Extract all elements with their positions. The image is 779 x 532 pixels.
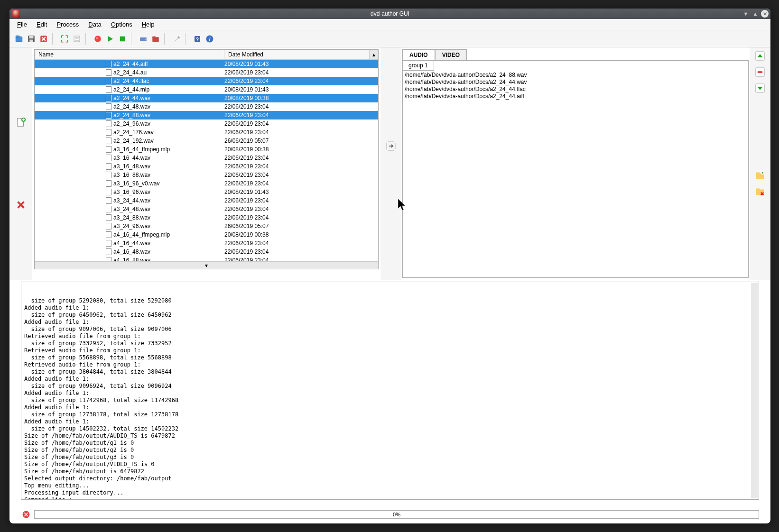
- header-name[interactable]: Name: [35, 50, 224, 59]
- file-icon: [106, 197, 111, 204]
- stop-button[interactable]: [117, 33, 128, 45]
- app-icon: [12, 10, 20, 18]
- status-cancel-button[interactable]: [21, 509, 31, 520]
- file-row[interactable]: a3_16_88.wav22/06/2019 23:04: [35, 171, 378, 179]
- play-button[interactable]: [104, 33, 116, 45]
- file-row[interactable]: a2_24_176.wav22/06/2019 23:04: [35, 128, 378, 137]
- folder-button[interactable]: [150, 33, 161, 45]
- minimize-button[interactable]: ▼: [742, 10, 750, 18]
- file-row[interactable]: a3_16_96.wav20/08/2019 01:43: [35, 188, 378, 196]
- file-list[interactable]: a2_24_44.aiff20/08/2019 01:43a2_24_44.au…: [35, 60, 378, 261]
- file-name: a3_16_44_ffmpeg.mlp: [113, 145, 170, 154]
- close-button[interactable]: ✕: [761, 10, 769, 18]
- move-up-button[interactable]: [754, 50, 766, 62]
- move-down-button[interactable]: [754, 83, 766, 94]
- help-button[interactable]: ?: [192, 33, 203, 45]
- file-name: a3_24_96.wav: [113, 222, 150, 230]
- file-name: a3_16_96.wav: [113, 188, 150, 196]
- log-pane[interactable]: size of group 5292080, total size 529208…: [21, 282, 759, 500]
- group-item[interactable]: /home/fab/Dev/dvda-author/Docs/a2_24_44.…: [405, 93, 746, 100]
- file-icon: [106, 146, 111, 153]
- file-row[interactable]: a2_24_44.flac22/06/2019 23:04: [35, 77, 378, 85]
- menu-options[interactable]: Options: [107, 20, 136, 29]
- open-button[interactable]: [13, 33, 25, 45]
- drive-button[interactable]: [138, 33, 149, 45]
- file-row[interactable]: a2_24_44.au22/06/2019 23:04: [35, 68, 378, 77]
- close-file-button[interactable]: [38, 33, 49, 45]
- menu-file[interactable]: File: [13, 20, 31, 29]
- svg-rect-32: [756, 189, 760, 191]
- file-icon: [106, 86, 111, 93]
- progress-text: 0%: [393, 512, 400, 517]
- file-date: 22/06/2019 23:04: [224, 111, 378, 119]
- save-button[interactable]: [26, 33, 37, 45]
- group-item[interactable]: /home/fab/Dev/dvda-author/Docs/a2_24_88.…: [405, 72, 746, 79]
- file-row[interactable]: a3_16_44_ffmpeg.mlp20/08/2019 00:38: [35, 145, 378, 154]
- maximize-button[interactable]: ▲: [751, 10, 759, 18]
- file-name: a2_24_176.wav: [113, 128, 154, 137]
- file-row[interactable]: a3_16_44.wav22/06/2019 23:04: [35, 154, 378, 162]
- group-item[interactable]: /home/fab/Dev/dvda-author/Docs/a2_24_44.…: [405, 79, 746, 86]
- file-row[interactable]: a2_24_44.aiff20/08/2019 01:43: [35, 60, 378, 68]
- scroll-down-button[interactable]: ▾: [35, 261, 378, 269]
- file-icon: [106, 120, 111, 127]
- svg-point-14: [145, 39, 146, 40]
- file-row[interactable]: a3_24_44.wav22/06/2019 23:04: [35, 196, 378, 205]
- info-button[interactable]: i: [204, 33, 215, 45]
- file-icon: [106, 231, 111, 238]
- file-icon: [106, 163, 111, 170]
- menu-data[interactable]: Data: [84, 20, 105, 29]
- file-row[interactable]: a3_24_88.wav22/06/2019 23:04: [35, 213, 378, 222]
- file-row[interactable]: a2_24_44.mlp20/08/2019 01:43: [35, 85, 378, 94]
- file-row[interactable]: a3_16_48.wav22/06/2019 23:04: [35, 162, 378, 171]
- file-row[interactable]: a4_16_44_ffmpeg.mlp20/08/2019 00:38: [35, 230, 378, 239]
- file-row[interactable]: a4_16_44.wav22/06/2019 23:04: [35, 239, 378, 248]
- scrollbar[interactable]: [751, 283, 758, 498]
- file-row[interactable]: a2_24_48.wav22/06/2019 23:04: [35, 102, 378, 111]
- record-button[interactable]: [92, 33, 103, 45]
- file-icon: [106, 189, 111, 195]
- file-icon: [106, 172, 111, 178]
- right-panel: AUDIO VIDEO group 1 /home/fab/Dev/dvda-a…: [402, 49, 749, 278]
- file-header: Name Date Modified ▴: [35, 50, 378, 60]
- settings-button[interactable]: [171, 33, 182, 45]
- file-row[interactable]: a2_24_96.wav22/06/2019 23:04: [35, 119, 378, 128]
- file-date: 26/06/2019 05:07: [224, 137, 378, 145]
- remove-file-button[interactable]: [15, 199, 27, 211]
- file-row[interactable]: a3_24_96.wav26/06/2019 05:07: [35, 222, 378, 230]
- add-to-group-button[interactable]: [385, 140, 397, 152]
- new-folder-button[interactable]: [754, 170, 766, 181]
- svg-rect-12: [120, 36, 125, 41]
- tab-audio[interactable]: AUDIO: [402, 49, 435, 60]
- svg-rect-29: [756, 173, 760, 174]
- file-row[interactable]: a3_16_96_v0.wav22/06/2019 23:04: [35, 179, 378, 188]
- group-list[interactable]: /home/fab/Dev/dvda-author/Docs/a2_24_88.…: [403, 71, 748, 277]
- menu-help[interactable]: Help: [138, 20, 158, 29]
- tab-video[interactable]: VIDEO: [435, 49, 467, 60]
- file-icon: [106, 138, 111, 144]
- delete-folder-button[interactable]: [754, 186, 766, 197]
- group-item[interactable]: /home/fab/Dev/dvda-author/Docs/a2_24_44.…: [405, 86, 746, 93]
- file-date: 20/08/2019 00:38: [224, 94, 378, 102]
- expand-button[interactable]: [59, 33, 70, 45]
- file-name: a3_16_44.wav: [113, 154, 150, 162]
- header-date[interactable]: Date Modified: [224, 50, 370, 59]
- list-button[interactable]: [71, 33, 83, 45]
- menu-process[interactable]: Process: [53, 20, 83, 29]
- group-tab[interactable]: group 1: [403, 61, 434, 71]
- file-row[interactable]: a3_24_48.wav22/06/2019 23:04: [35, 205, 378, 213]
- file-row[interactable]: a2_24_192.wav26/06/2019 05:07: [35, 137, 378, 145]
- file-row[interactable]: a2_24_44.wav20/08/2019 00:38: [35, 94, 378, 102]
- remove-button[interactable]: [754, 66, 766, 78]
- file-date: 22/06/2019 23:04: [224, 128, 378, 137]
- menu-edit[interactable]: Edit: [33, 20, 51, 29]
- add-file-button[interactable]: [15, 117, 27, 128]
- file-row[interactable]: a4_16_88.wav22/06/2019 23:04: [35, 256, 378, 261]
- file-name: a3_24_44.wav: [113, 196, 150, 205]
- file-row[interactable]: a2_24_88.wav22/06/2019 23:04: [35, 111, 378, 119]
- file-row[interactable]: a4_16_48.wav22/06/2019 23:04: [35, 248, 378, 256]
- file-date: 22/06/2019 23:04: [224, 205, 378, 213]
- app-window: dvd-author GUI ▼ ▲ ✕ File Edit Process D…: [9, 9, 770, 523]
- scroll-up-button[interactable]: ▴: [370, 50, 378, 59]
- file-date: 22/06/2019 23:04: [224, 179, 378, 188]
